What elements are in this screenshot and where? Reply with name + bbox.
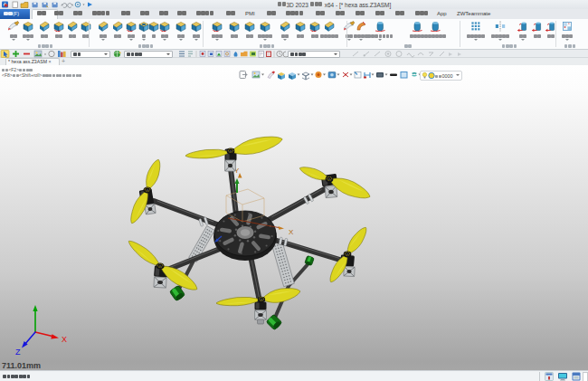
svg-text:Z: Z bbox=[15, 348, 21, 357]
svg-text:X: X bbox=[62, 335, 67, 344]
svg-text:X: X bbox=[289, 228, 294, 236]
